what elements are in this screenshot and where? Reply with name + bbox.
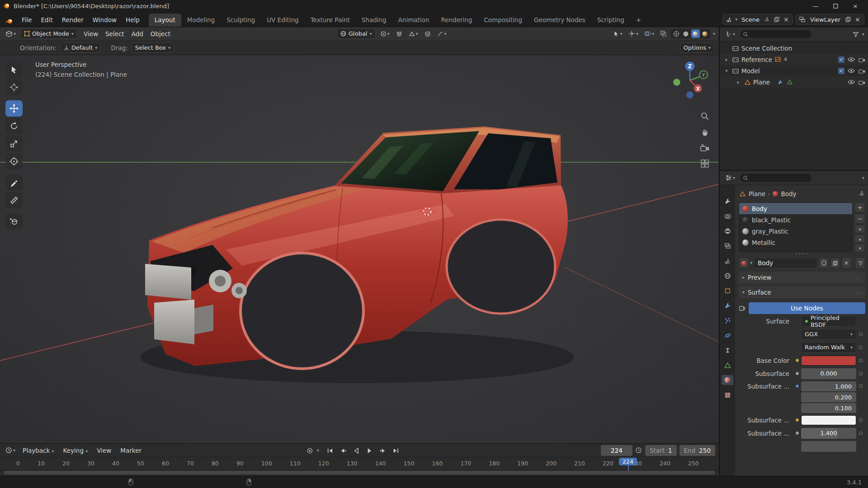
list-resize-grip[interactable]: ••••: [739, 252, 865, 257]
camera-view-icon[interactable]: [699, 142, 711, 154]
slot-move-up-button[interactable]: ▴: [854, 235, 865, 243]
fake-user-shield-icon[interactable]: [819, 258, 829, 268]
tab-render[interactable]: [722, 211, 733, 221]
maximize-button[interactable]: [826, 0, 845, 12]
decorator-dot[interactable]: [859, 359, 863, 362]
sss-method-selector[interactable]: Random Walk▾: [801, 342, 856, 353]
jump-next-keyframe-button[interactable]: [377, 445, 388, 456]
subsurface-slider[interactable]: 0.000: [801, 368, 856, 379]
material-name-field[interactable]: Body: [754, 258, 817, 268]
material-slot[interactable]: Body: [739, 203, 852, 214]
properties-editor-type-button[interactable]: ▾: [723, 173, 737, 183]
timeline-editor[interactable]: ▾ Playback ▾ Keying ▾ View Marker ▾: [0, 443, 719, 476]
tab-physics[interactable]: [722, 330, 733, 340]
ortho-toggle-icon[interactable]: [699, 158, 711, 169]
workspace-tab[interactable]: Geometry Nodes: [528, 14, 591, 27]
workspace-tab[interactable]: Rendering: [435, 14, 478, 27]
auto-key-dropdown-icon[interactable]: ▾: [317, 448, 319, 453]
play-button[interactable]: [363, 445, 375, 456]
tab-scene[interactable]: [722, 256, 733, 266]
workspace-tab[interactable]: Shading: [356, 14, 392, 27]
surface-shader-selector[interactable]: Principled BSDF: [801, 316, 856, 327]
workspace-tab[interactable]: UV Editing: [261, 14, 304, 27]
subsurface-color-swatch[interactable]: [801, 415, 856, 425]
tab-view-layer[interactable]: [722, 241, 733, 251]
minimize-button[interactable]: —: [806, 0, 826, 12]
material-slot[interactable]: Metallic: [739, 237, 852, 248]
workspace-tab[interactable]: Scripting: [591, 14, 630, 27]
tab-constraints[interactable]: [722, 345, 733, 355]
timeline-editor-type-button[interactable]: ▾: [4, 445, 17, 455]
exclude-checkbox[interactable]: ✓: [838, 68, 844, 74]
browse-material-button[interactable]: [739, 258, 749, 268]
scale-tool[interactable]: [5, 136, 23, 152]
subsurface-ior-slider[interactable]: 1.400: [801, 428, 856, 439]
workspace-tab[interactable]: +: [630, 14, 647, 27]
workspace-tab[interactable]: Compositing: [478, 14, 528, 27]
scene-selector[interactable]: ▾ Scene ×: [722, 14, 793, 25]
workspace-tab[interactable]: Modeling: [181, 14, 221, 27]
preview-range-clock-icon[interactable]: [635, 447, 642, 454]
preview-panel-header[interactable]: ▸ Preview ::::: [739, 272, 865, 283]
tab-particles[interactable]: [722, 315, 733, 325]
shading-rendered-button[interactable]: [701, 29, 709, 38]
menu-item[interactable]: Render: [57, 14, 88, 26]
jump-prev-keyframe-button[interactable]: [337, 445, 349, 456]
timeline-scrollbar[interactable]: [4, 471, 715, 474]
render-camera-icon[interactable]: [858, 67, 865, 75]
outliner-search-input[interactable]: [740, 29, 812, 39]
render-camera-icon[interactable]: [858, 79, 865, 86]
remove-view-layer-icon[interactable]: ×: [854, 16, 861, 23]
gizmos-dropdown[interactable]: ▾: [627, 28, 640, 39]
menu-item[interactable]: Help: [121, 14, 144, 26]
cursor-tool[interactable]: [5, 79, 23, 95]
viewport-canvas[interactable]: [0, 55, 718, 443]
radius-x-field[interactable]: 1.000: [801, 381, 856, 391]
menu-item[interactable]: File: [17, 14, 37, 26]
filter-funnel-icon[interactable]: [852, 31, 859, 38]
transform-orientation-selector[interactable]: Global ▾: [337, 28, 376, 39]
unlink-material-icon[interactable]: ×: [841, 258, 851, 268]
auto-key-button[interactable]: [304, 445, 316, 456]
menu-item[interactable]: Edit: [37, 14, 57, 26]
radius-y-field[interactable]: 0.200: [801, 392, 856, 402]
jump-to-end-button[interactable]: [390, 445, 401, 456]
properties-search-input[interactable]: [740, 173, 812, 183]
tab-object[interactable]: [722, 286, 733, 296]
breadcrumb-material[interactable]: Body: [781, 190, 796, 197]
viewport-3d[interactable]: User Perspective (224) Scene Collection …: [0, 55, 719, 443]
decorator-dot[interactable]: [859, 418, 863, 422]
options-dropdown[interactable]: Options ▾: [680, 42, 714, 53]
pin-icon[interactable]: [764, 16, 771, 23]
workspace-tab[interactable]: Sculpting: [221, 14, 261, 27]
shading-dropdown-icon[interactable]: ▾: [713, 32, 715, 36]
radius-z-field[interactable]: 0.100: [801, 403, 856, 413]
move-tool[interactable]: [5, 100, 23, 117]
tab-world[interactable]: [722, 271, 733, 281]
viewport-menu-item[interactable]: Object: [147, 28, 174, 39]
use-nodes-button[interactable]: Use Nodes: [749, 302, 865, 314]
base-color-swatch[interactable]: [801, 356, 856, 366]
proportional-editing-icon[interactable]: [423, 28, 433, 39]
slot-move-down-button[interactable]: ▾: [854, 244, 865, 252]
properties-options-icon[interactable]: ▾: [862, 176, 864, 180]
outliner-row-plane[interactable]: ▸ Plane: [720, 76, 868, 88]
playback-menu[interactable]: Playback ▾: [19, 445, 58, 456]
viewport-menu-item[interactable]: Select: [102, 28, 128, 39]
select-box-tool[interactable]: [5, 61, 23, 78]
tab-object-data[interactable]: [722, 360, 733, 370]
render-camera-icon[interactable]: [858, 56, 865, 63]
xray-toggle[interactable]: [658, 28, 669, 39]
material-slot[interactable]: black_Plastic: [739, 214, 852, 225]
remove-slot-button[interactable]: −: [854, 214, 865, 224]
frame-start-field[interactable]: Start1: [645, 445, 677, 456]
workspace-tab[interactable]: Animation: [392, 14, 435, 27]
selectability-dropdown[interactable]: ▾: [611, 28, 624, 39]
decorator-dot[interactable]: [859, 346, 863, 349]
decorator-dot[interactable]: [859, 432, 863, 435]
tab-texture[interactable]: [722, 390, 733, 400]
rotate-tool[interactable]: [5, 118, 23, 134]
orientation-setting-selector[interactable]: Default ▾: [60, 42, 101, 53]
decorator-dot[interactable]: [859, 384, 863, 388]
drag-setting-selector[interactable]: Select Box ▾: [132, 42, 174, 53]
